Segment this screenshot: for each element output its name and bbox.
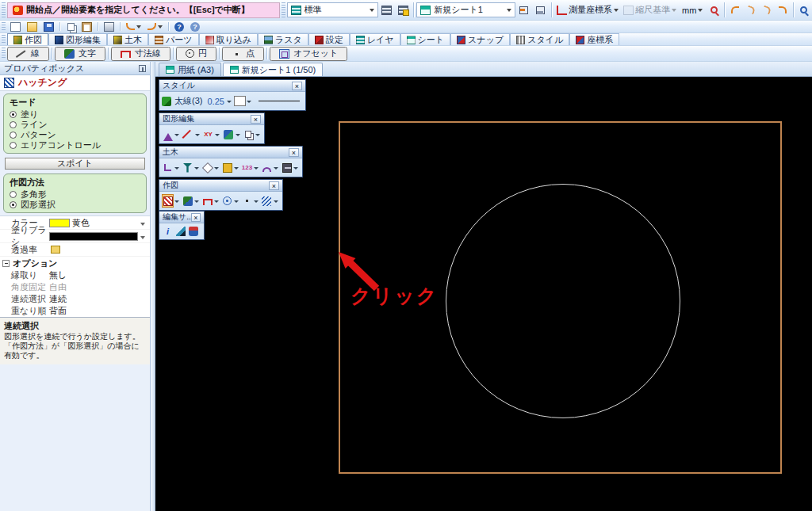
- point-tool-button[interactable]: 点: [222, 47, 264, 61]
- area-button[interactable]: [201, 161, 213, 174]
- tab-snap[interactable]: スナップ: [450, 33, 510, 45]
- line-color-swatch[interactable]: [234, 96, 246, 106]
- line-tool-button[interactable]: 線: [7, 47, 49, 61]
- zoom-region-button[interactable]: [706, 2, 722, 17]
- chevron-down-icon[interactable]: [274, 200, 278, 205]
- format-paint-button[interactable]: [187, 225, 199, 238]
- tab-layer[interactable]: レイヤ: [350, 33, 400, 45]
- tab-draw[interactable]: 作図: [7, 33, 48, 45]
- fill-brush-property-row[interactable]: 塗りブラシ: [0, 230, 150, 243]
- copy-button[interactable]: [63, 19, 79, 34]
- brush-swatch[interactable]: [49, 232, 138, 241]
- close-icon[interactable]: ×: [191, 213, 201, 222]
- paste-button[interactable]: [79, 19, 95, 34]
- option-row-angle-lock[interactable]: 角度固定自由: [0, 281, 150, 293]
- text-tool-button[interactable]: 文字: [55, 47, 105, 61]
- scale-basis-button[interactable]: 縮尺基準: [621, 2, 679, 17]
- chevron-down-icon[interactable]: [255, 134, 260, 139]
- eyedropper-tool-button[interactable]: [174, 225, 186, 238]
- tab-parts[interactable]: パーツ: [148, 33, 199, 45]
- chevron-down-icon[interactable]: [194, 167, 199, 172]
- style-palette-titlebar[interactable]: スタイル ×: [159, 80, 305, 92]
- chevron-down-icon[interactable]: [194, 200, 199, 205]
- close-icon[interactable]: ×: [269, 181, 279, 190]
- edit-support-palette-titlebar[interactable]: 編集サ... ×: [159, 212, 204, 223]
- view-rotate-up-button[interactable]: [743, 2, 759, 17]
- sheet-print-button[interactable]: [532, 2, 549, 17]
- chevron-down-icon[interactable]: [140, 223, 145, 228]
- collapse-icon[interactable]: [2, 260, 10, 267]
- text-tool-button-palette[interactable]: [182, 194, 193, 208]
- layer-states-button[interactable]: [378, 2, 395, 17]
- chevron-down-icon[interactable]: [234, 167, 239, 172]
- toolbar-grip[interactable]: [2, 35, 6, 44]
- redo-button[interactable]: [144, 19, 166, 34]
- dimension-tool-button-palette[interactable]: [201, 194, 213, 208]
- tab-import[interactable]: 取り込み: [199, 33, 259, 45]
- circle-tool-button[interactable]: 円: [176, 47, 216, 61]
- layer-combo[interactable]: 標準: [287, 2, 378, 17]
- toolbar-grip[interactable]: [282, 2, 285, 18]
- curve-button[interactable]: [261, 161, 273, 174]
- dimension-tool-button[interactable]: 寸法線: [111, 47, 170, 61]
- tab-paper-a3[interactable]: 用紙 (A3): [159, 63, 221, 76]
- chevron-down-icon[interactable]: [236, 134, 240, 139]
- measure-xy-button[interactable]: XY: [202, 128, 214, 141]
- tab-new-sheet-1[interactable]: 新規シート1 (1/50): [223, 63, 323, 76]
- trim-button[interactable]: [182, 128, 193, 141]
- save-button[interactable]: [40, 19, 57, 34]
- chevron-down-icon[interactable]: [254, 167, 259, 172]
- zoom-extents-button[interactable]: [796, 2, 812, 17]
- chevron-down-icon[interactable]: [140, 236, 145, 242]
- circle-tool-button-palette[interactable]: [221, 194, 233, 208]
- civil-palette-titlebar[interactable]: 土木 ×: [159, 147, 302, 158]
- view-pan-button[interactable]: [759, 2, 775, 17]
- chevron-down-icon[interactable]: [215, 134, 220, 139]
- chevron-down-icon[interactable]: [293, 167, 298, 172]
- new-file-button[interactable]: [7, 19, 24, 34]
- hatch-tool-button[interactable]: [162, 194, 174, 208]
- toolbar-grip[interactable]: [2, 2, 6, 18]
- vehicle-button[interactable]: [221, 161, 233, 174]
- tab-shape-edit[interactable]: 図形編集: [48, 33, 107, 45]
- chevron-down-icon[interactable]: [174, 134, 179, 139]
- leader-button[interactable]: [162, 161, 174, 174]
- close-icon[interactable]: ×: [289, 148, 299, 157]
- close-icon[interactable]: ×: [292, 82, 302, 90]
- option-row-stacking-order[interactable]: 重なり順背面: [0, 305, 150, 317]
- chevron-down-icon[interactable]: [274, 167, 278, 172]
- shape-edit-palette-titlebar[interactable]: 図形編集 ×: [159, 113, 264, 125]
- help-button[interactable]: ?: [171, 19, 187, 34]
- point-tool-button-palette[interactable]: [241, 194, 253, 208]
- option-row-continuous-select[interactable]: 連続選択連続: [0, 293, 150, 305]
- sheet-back-button[interactable]: [515, 2, 532, 17]
- open-file-button[interactable]: [24, 19, 40, 34]
- tab-civil[interactable]: 土木: [107, 33, 148, 45]
- close-icon[interactable]: ×: [251, 115, 261, 124]
- toolbar-grip[interactable]: [2, 22, 6, 32]
- chevron-down-icon[interactable]: [234, 200, 239, 205]
- view-rotate-left-button[interactable]: [727, 2, 743, 17]
- offset-tool-button[interactable]: オフセット: [270, 47, 347, 61]
- undo-button[interactable]: [123, 19, 144, 34]
- parallel-lines-button[interactable]: [261, 194, 273, 208]
- radio-shape-select[interactable]: 図形選択: [10, 200, 140, 210]
- pen-style-icon[interactable]: [162, 97, 171, 106]
- pin-icon[interactable]: [139, 65, 146, 72]
- annotate-button[interactable]: [222, 128, 234, 141]
- section-hatch-button[interactable]: [281, 161, 293, 174]
- copy-shapes-button[interactable]: [243, 128, 255, 141]
- chevron-down-icon[interactable]: [247, 101, 251, 105]
- tab-coord-system[interactable]: 座標系: [569, 33, 619, 45]
- options-section-header[interactable]: オプション: [0, 257, 150, 269]
- tab-settings[interactable]: 設定: [308, 33, 350, 45]
- chevron-down-icon[interactable]: [214, 200, 219, 205]
- opacity-property-row[interactable]: 透過率: [0, 243, 150, 257]
- tab-sheet[interactable]: シート: [400, 33, 451, 45]
- chevron-down-icon[interactable]: [254, 200, 259, 205]
- survey-button[interactable]: [182, 161, 193, 174]
- unit-combo[interactable]: mm: [679, 2, 706, 17]
- line-width-value[interactable]: 0.25: [207, 97, 224, 106]
- print-button[interactable]: [101, 19, 117, 34]
- mirror-button[interactable]: [162, 128, 174, 141]
